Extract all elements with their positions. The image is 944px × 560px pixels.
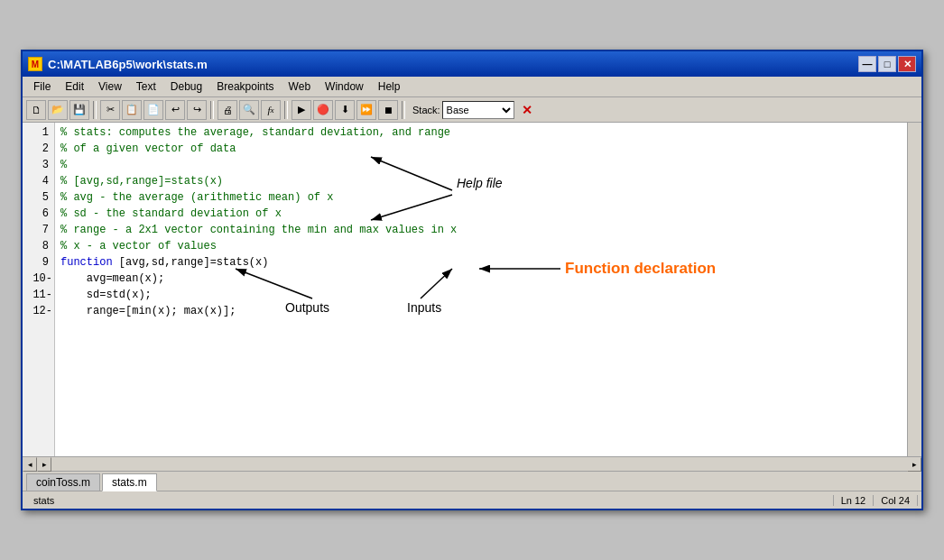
code-text-3: % [60, 159, 67, 171]
new-file-button[interactable]: 🗋 [26, 100, 46, 120]
code-line-2: % of a given vector of data [60, 141, 902, 157]
undo-button[interactable]: ↩ [165, 100, 185, 120]
line-num-8: 8 [23, 238, 54, 254]
menu-window[interactable]: Window [318, 78, 371, 95]
paste-button[interactable]: 📄 [143, 100, 163, 120]
breakpoint-button[interactable]: 🔴 [313, 100, 333, 120]
line-num-12: 12 [23, 303, 54, 319]
line-num-4: 4 [23, 173, 54, 189]
code-line-11: sd=std(x); [60, 287, 902, 303]
menu-web[interactable]: Web [282, 78, 318, 95]
scroll-right-button[interactable]: ▸ [37, 457, 51, 472]
redo-button[interactable]: ↪ [187, 100, 207, 120]
menu-text[interactable]: Text [129, 78, 163, 95]
line-num-7: 7 [23, 222, 54, 238]
menu-file[interactable]: File [26, 78, 58, 95]
line-numbers: 1 2 3 4 5 6 7 8 9 10 11 12 [23, 123, 55, 456]
code-line-7: % range - a 2x1 vector containing the mi… [60, 222, 902, 238]
window-title: C:\MATLAB6p5\work\stats.m [48, 58, 208, 71]
code-text-4: % [avg,sd,range]=stats(x) [60, 175, 223, 188]
code-keyword-9: function [60, 256, 119, 269]
copy-button[interactable]: 📋 [122, 100, 142, 120]
toolbar-separator-3 [284, 101, 288, 119]
menu-view[interactable]: View [91, 78, 129, 95]
line-num-10: 10 [23, 271, 54, 287]
code-text-6: % sd - the standard deviation of x [60, 207, 282, 220]
vertical-scrollbar[interactable] [907, 123, 921, 456]
status-line: Ln 12 [834, 495, 875, 506]
tabs-bar: coinToss.m stats.m [23, 471, 921, 491]
line-num-5: 5 [23, 189, 54, 206]
minimize-button[interactable]: — [858, 56, 876, 72]
code-line-6: % sd - the standard deviation of x [60, 206, 902, 222]
matlab-editor-window: M C:\MATLAB6p5\work\stats.m — □ ✕ File E… [21, 50, 923, 510]
save-button[interactable]: 💾 [69, 100, 89, 120]
print-button[interactable]: 🖨 [217, 100, 237, 120]
code-line-4: % [avg,sd,range]=stats(x) [60, 173, 902, 189]
code-text-11: sd=std(x); [60, 289, 152, 301]
code-text-12: range=[min(x); max(x)]; [60, 305, 236, 317]
title-bar: M C:\MATLAB6p5\work\stats.m — □ ✕ [23, 51, 921, 77]
matlab-icon: M [28, 57, 42, 71]
menu-debug[interactable]: Debug [163, 78, 209, 95]
code-line-3: % [60, 157, 902, 173]
line-num-2: 2 [23, 141, 54, 157]
code-text-8: % x - a vector of values [60, 240, 217, 252]
stop-button[interactable]: ⏹ [378, 100, 398, 120]
stack-select[interactable]: Base [442, 101, 514, 119]
maximize-button[interactable]: □ [878, 56, 896, 72]
line-num-6: 6 [23, 206, 54, 222]
continue-button[interactable]: ⏩ [356, 100, 376, 120]
code-text-1: % stats: computes the average, standard … [60, 126, 450, 139]
title-bar-left: M C:\MATLAB6p5\work\stats.m [28, 57, 208, 71]
find-button[interactable]: 🔍 [239, 100, 259, 120]
scroll-right-end-button[interactable]: ▸ [907, 457, 921, 472]
code-text-2: % of a given vector of data [60, 142, 236, 155]
code-text-7: % range - a 2x1 vector containing the mi… [60, 224, 457, 236]
status-col: Col 24 [874, 495, 918, 506]
step-button[interactable]: ⬇ [335, 100, 355, 120]
title-controls: — □ ✕ [858, 56, 916, 72]
code-line-5: % avg - the average (arithmetic mean) of… [60, 189, 902, 206]
code-line-12: range=[min(x); max(x)]; [60, 303, 902, 319]
line-num-3: 3 [23, 157, 54, 173]
editor-area: 1 2 3 4 5 6 7 8 9 10 11 12 % stats: comp… [23, 123, 921, 456]
menu-bar: File Edit View Text Debug Breakpoints We… [23, 77, 921, 97]
line-num-11: 11 [23, 287, 54, 303]
code-text-10: avg=mean(x); [60, 272, 164, 285]
cut-button[interactable]: ✂ [100, 100, 120, 120]
toolbar-separator-1 [93, 101, 97, 119]
fx-button[interactable]: fx [261, 100, 281, 120]
horizontal-scrollbar[interactable]: ◂ ▸ ▸ [23, 456, 921, 471]
tab-cointoss[interactable]: coinToss.m [26, 473, 100, 491]
menu-breakpoints[interactable]: Breakpoints [209, 78, 281, 95]
scroll-track [51, 460, 907, 469]
status-bar: stats Ln 12 Col 24 [23, 491, 921, 509]
toolbar-close-button[interactable]: ✕ [520, 103, 534, 117]
menu-help[interactable]: Help [371, 78, 408, 95]
toolbar: 🗋 📂 💾 ✂ 📋 📄 ↩ ↪ 🖨 🔍 fx ▶ 🔴 ⬇ ⏩ ⏹ Stack: … [23, 97, 921, 123]
code-area[interactable]: % stats: computes the average, standard … [55, 123, 907, 456]
open-button[interactable]: 📂 [48, 100, 68, 120]
run-button[interactable]: ▶ [292, 100, 311, 120]
stack-label: Stack: [412, 105, 440, 115]
code-text-9: [avg,sd,range]=stats(x) [119, 256, 269, 269]
menu-edit[interactable]: Edit [58, 78, 91, 95]
code-text-5: % avg - the average (arithmetic mean) of… [60, 191, 333, 204]
line-num-9: 9 [23, 254, 54, 271]
close-button[interactable]: ✕ [898, 56, 916, 72]
toolbar-separator-2 [210, 101, 214, 119]
code-line-1: % stats: computes the average, standard … [60, 124, 902, 141]
code-line-9: function [avg,sd,range]=stats(x) [60, 254, 902, 271]
scroll-left-button[interactable]: ◂ [23, 457, 37, 472]
status-name: stats [26, 495, 834, 506]
line-num-1: 1 [23, 124, 54, 141]
tab-stats[interactable]: stats.m [102, 473, 157, 491]
toolbar-separator-4 [402, 101, 405, 119]
code-line-10: avg=mean(x); [60, 271, 902, 287]
code-line-8: % x - a vector of values [60, 238, 902, 254]
